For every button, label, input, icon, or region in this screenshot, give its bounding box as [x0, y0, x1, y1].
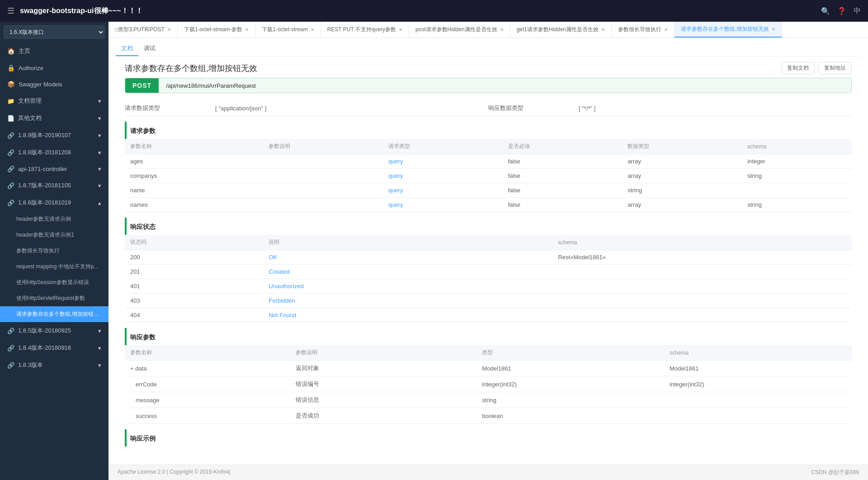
status-code: 401	[125, 279, 263, 294]
sub-tab-doc[interactable]: 文档	[116, 42, 138, 56]
menu-icon[interactable]: ☰	[7, 6, 14, 16]
sidebar-item-home[interactable]: 🏠 主页	[0, 43, 108, 60]
search-icon[interactable]: 🔍	[821, 7, 830, 15]
tab-tab3[interactable]: 下载1-octet-stream✕	[255, 22, 321, 38]
sidebar-group-api1871[interactable]: 🔗 api-1871-controller ▾	[0, 161, 108, 177]
sidebar-group-other-docs[interactable]: 📄 其他文档 ▾	[0, 109, 108, 127]
resp-param-name: success	[125, 408, 290, 424]
resp-param-type: boolean	[476, 408, 664, 424]
tab-close-icon[interactable]: ✕	[500, 27, 504, 32]
home-icon: 🏠	[7, 48, 15, 55]
tab-close-icon[interactable]: ✕	[772, 27, 775, 32]
table-row: ages query false array integer	[125, 154, 852, 169]
param-required: false	[503, 169, 623, 183]
doc-panel: 请求参数存在多个数组,增加按钮无效 复制文档 复制地址 POST /api/ne…	[116, 57, 861, 456]
chevron-up-icon-v186: ▴	[98, 200, 101, 206]
sidebar-group-v188[interactable]: 🔗 1.8.8版本-20181208 ▾	[0, 144, 108, 161]
tab-label: REST PUT 不支持query参数	[327, 26, 396, 33]
sub-tab-debug[interactable]: 调试	[138, 42, 161, 56]
page-title-actions: 复制文档 复制地址	[781, 62, 852, 74]
tab-tab6[interactable]: get1请求参数Hidden属性是否生效✕	[510, 22, 612, 38]
tab-tab5[interactable]: post请求参数Hidden属性是否生效✕	[409, 22, 510, 38]
sidebar-group-doc-mgmt[interactable]: 📁 文档管理 ▾	[0, 92, 108, 109]
resp-param-schema	[664, 408, 852, 424]
tab-tab7[interactable]: 参数很长导致执行✕	[612, 22, 675, 38]
response-params-header: 响应参数	[125, 328, 852, 345]
lang-button[interactable]: 中	[854, 6, 861, 16]
status-desc: Not Found	[263, 308, 497, 323]
tab-close-icon[interactable]: ✕	[399, 27, 402, 32]
help-icon[interactable]: ❓	[837, 7, 846, 15]
sub-item-httpsession[interactable]: 使用HttpSession参数显示错误	[0, 275, 108, 290]
chevron-down-icon-v188: ▾	[98, 149, 101, 156]
response-params-table: 参数名称 参数说明 类型 schema + data 返回对象 Model186…	[125, 345, 852, 424]
sub-item-httpservletrequest[interactable]: 使用HttpServletRequest参数	[0, 290, 108, 306]
resp-param-type: Model1861	[476, 361, 664, 376]
tab-tab1[interactable]: □类型3,PUT和POST✕	[108, 22, 178, 38]
param-data-type: string	[622, 183, 742, 198]
api-path: /api/new186/mulArrParamRequest	[159, 79, 851, 93]
tab-tab8[interactable]: 请求参数存在多个数组,增加按钮无效✕	[675, 22, 782, 38]
link-icon-v183: 🔗	[7, 362, 14, 369]
status-desc-link[interactable]: OK	[269, 254, 277, 261]
tab-close-icon[interactable]: ✕	[311, 27, 314, 32]
page-title-text: 请求参数存在多个数组,增加按钮无效	[125, 63, 257, 74]
sidebar-group-v183[interactable]: 🔗 1.8.3版本 ▾	[0, 356, 108, 374]
sub-item-request-mapping[interactable]: request mapping 中地址不支持path参数	[0, 259, 108, 275]
tab-close-icon[interactable]: ✕	[167, 27, 171, 32]
sidebar-item-home-label: 主页	[19, 47, 30, 55]
sidebar-item-swagger-models[interactable]: 📦 Swagger Models	[0, 76, 108, 92]
sidebar-group-v184[interactable]: 🔗 1.8.4版本-20180918 ▾	[0, 339, 108, 356]
param-type-link[interactable]: query	[388, 201, 403, 208]
tab-close-icon[interactable]: ✕	[664, 27, 668, 32]
status-code: 404	[125, 308, 263, 323]
sub-item-header1[interactable]: header参数无请求示例	[0, 211, 108, 227]
sub-item-multi-arr-param[interactable]: 请求参数存在多个数组,增加按钮无效	[0, 306, 108, 322]
copy-doc-button[interactable]: 复制文档	[781, 62, 815, 74]
link-icon-v187: 🔗	[7, 182, 14, 189]
sidebar-group-v185[interactable]: 🔗 1.8.5版本-20180925 ▾	[0, 322, 108, 339]
col-resp-name: 参数名称	[125, 345, 290, 361]
chevron-down-icon-v183: ▾	[98, 362, 101, 369]
status-empty	[497, 308, 553, 323]
sidebar-group-v186[interactable]: 🔗 1.8.6版本-20181019 ▴	[0, 194, 108, 211]
param-desc	[263, 198, 383, 212]
col-req-type: 请求类型	[383, 139, 503, 154]
param-name: companys	[125, 169, 263, 183]
sub-item-header2[interactable]: header参数无请求示例1	[0, 227, 108, 243]
tab-tab4[interactable]: REST PUT 不支持query参数✕	[321, 22, 409, 38]
param-type-link[interactable]: query	[388, 172, 403, 179]
sidebar-item-authorize[interactable]: 🔒 Authorize	[0, 60, 108, 76]
status-desc-link[interactable]: Not Found	[269, 312, 296, 318]
param-type-link[interactable]: query	[388, 187, 403, 194]
status-empty	[497, 279, 553, 294]
col-resp-type: 类型	[476, 345, 664, 361]
resp-param-name: + data	[125, 361, 290, 376]
resp-param-schema	[664, 392, 852, 408]
param-schema: string	[742, 198, 852, 212]
link-icon-v184: 🔗	[7, 345, 14, 352]
col-status-schema: schema	[552, 235, 852, 250]
link-icon-v186: 🔗	[7, 200, 14, 206]
tab-close-icon[interactable]: ✕	[245, 27, 249, 32]
col-status-empty	[497, 235, 553, 250]
param-req-type: query	[383, 169, 503, 183]
copy-addr-button[interactable]: 复制地址	[818, 62, 852, 74]
sub-item-param-long[interactable]: 参数很长导致执行	[0, 243, 108, 259]
param-type-link[interactable]: query	[388, 158, 403, 165]
request-params-header: 请求参数	[125, 122, 852, 139]
sidebar-group-other-docs-label: 其他文档	[18, 114, 42, 122]
sidebar-group-v189[interactable]: 🔗 1.8.9版本-20190107 ▾	[0, 127, 108, 144]
param-required: false	[503, 198, 623, 212]
sidebar-group-v187[interactable]: 🔗 1.8.7版本-20181105 ▾	[0, 177, 108, 194]
status-desc-link[interactable]: Forbidden	[269, 297, 295, 304]
param-schema: string	[742, 169, 852, 183]
version-select[interactable]: 1.6.X版本接口	[4, 25, 105, 39]
tab-tab2[interactable]: 下载1-octet-stream-参数✕	[178, 22, 255, 38]
param-req-type: query	[383, 154, 503, 169]
status-desc-link[interactable]: Unauthorized	[269, 283, 303, 290]
resp-param-type: integer(int32)	[476, 376, 664, 392]
tab-close-icon[interactable]: ✕	[601, 27, 605, 32]
main-panel: □类型3,PUT和POST✕下载1-octet-stream-参数✕下载1-oc…	[108, 22, 868, 480]
status-desc-link[interactable]: Created	[269, 268, 289, 275]
